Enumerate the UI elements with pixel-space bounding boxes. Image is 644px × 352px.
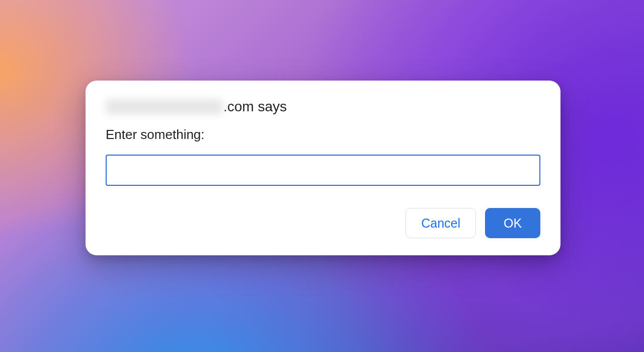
cancel-button[interactable]: Cancel [406,208,476,238]
redacted-domain [106,99,222,114]
dialog-title: .com says [106,99,540,115]
dialog-message: Enter something: [106,127,540,143]
dialog-title-text: .com says [223,99,287,115]
ok-button[interactable]: OK [485,208,540,238]
prompt-input[interactable] [106,155,540,186]
javascript-prompt-dialog: .com says Enter something: Cancel OK [86,81,560,255]
dialog-actions: Cancel OK [106,208,540,238]
